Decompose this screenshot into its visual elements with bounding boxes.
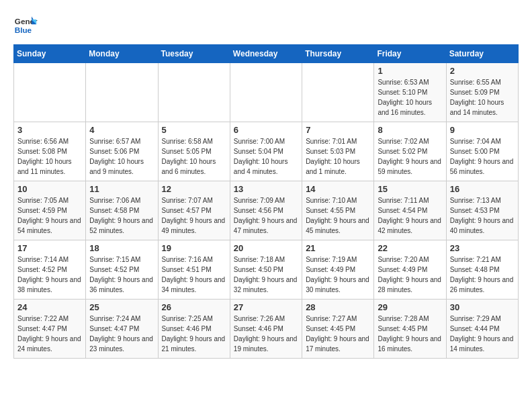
day-number: 16 <box>450 184 515 194</box>
day-info: Sunrise: 7:25 AMSunset: 4:46 PMDaylight:… <box>162 314 226 354</box>
calendar-cell: 13Sunrise: 7:09 AMSunset: 4:56 PMDayligh… <box>230 181 302 240</box>
calendar-cell: 25Sunrise: 7:24 AMSunset: 4:47 PMDayligh… <box>86 300 158 359</box>
calendar-cell <box>14 63 86 122</box>
calendar-cell: 19Sunrise: 7:16 AMSunset: 4:51 PMDayligh… <box>158 240 230 300</box>
week-row-5: 24Sunrise: 7:22 AMSunset: 4:47 PMDayligh… <box>14 300 519 359</box>
day-info: Sunrise: 7:20 AMSunset: 4:49 PMDaylight:… <box>378 255 442 295</box>
week-row-2: 3Sunrise: 6:56 AMSunset: 5:08 PMDaylight… <box>14 122 519 181</box>
day-info: Sunrise: 7:18 AMSunset: 4:50 PMDaylight:… <box>234 255 298 295</box>
calendar-cell: 3Sunrise: 6:56 AMSunset: 5:08 PMDaylight… <box>14 122 86 181</box>
day-number: 7 <box>306 125 370 135</box>
weekday-header-saturday: Saturday <box>446 45 518 63</box>
weekday-header-wednesday: Wednesday <box>230 45 302 63</box>
logo: General Blue <box>13 13 38 38</box>
day-info: Sunrise: 7:06 AMSunset: 4:58 PMDaylight:… <box>89 195 154 236</box>
day-info: Sunrise: 6:58 AMSunset: 5:05 PMDaylight:… <box>162 136 226 177</box>
calendar-cell: 26Sunrise: 7:25 AMSunset: 4:46 PMDayligh… <box>158 300 230 359</box>
day-number: 28 <box>306 302 370 312</box>
calendar-cell <box>158 63 230 122</box>
svg-text:Blue: Blue <box>15 26 32 34</box>
day-info: Sunrise: 7:26 AMSunset: 4:46 PMDaylight:… <box>234 314 298 354</box>
day-number: 25 <box>89 302 154 312</box>
weekday-header-thursday: Thursday <box>302 45 374 63</box>
day-number: 14 <box>306 184 370 194</box>
weekday-header-monday: Monday <box>86 45 158 63</box>
weekday-row: SundayMondayTuesdayWednesdayThursdayFrid… <box>14 45 519 63</box>
weekday-header-tuesday: Tuesday <box>158 45 230 63</box>
day-number: 27 <box>234 302 298 312</box>
calendar-cell: 17Sunrise: 7:14 AMSunset: 4:52 PMDayligh… <box>14 240 86 300</box>
day-info: Sunrise: 7:05 AMSunset: 4:59 PMDaylight:… <box>17 195 82 236</box>
calendar-cell: 28Sunrise: 7:27 AMSunset: 4:45 PMDayligh… <box>302 300 374 359</box>
day-number: 12 <box>162 184 226 194</box>
day-number: 2 <box>450 66 515 76</box>
calendar-cell: 9Sunrise: 7:04 AMSunset: 5:00 PMDaylight… <box>446 122 518 181</box>
calendar-cell: 7Sunrise: 7:01 AMSunset: 5:03 PMDaylight… <box>302 122 374 181</box>
week-row-1: 1Sunrise: 6:53 AMSunset: 5:10 PMDaylight… <box>14 63 519 122</box>
day-info: Sunrise: 7:04 AMSunset: 5:00 PMDaylight:… <box>450 136 515 177</box>
day-number: 29 <box>378 302 442 312</box>
day-info: Sunrise: 7:11 AMSunset: 4:54 PMDaylight:… <box>378 195 442 236</box>
weekday-header-sunday: Sunday <box>14 45 86 63</box>
day-number: 4 <box>89 125 154 135</box>
day-number: 30 <box>450 302 515 312</box>
calendar-cell <box>86 63 158 122</box>
day-info: Sunrise: 7:00 AMSunset: 5:04 PMDaylight:… <box>234 136 298 177</box>
calendar-cell: 16Sunrise: 7:13 AMSunset: 4:53 PMDayligh… <box>446 181 518 240</box>
day-number: 17 <box>17 243 82 253</box>
page-header: General Blue <box>13 13 519 38</box>
calendar-cell: 15Sunrise: 7:11 AMSunset: 4:54 PMDayligh… <box>374 181 446 240</box>
calendar-cell: 12Sunrise: 7:07 AMSunset: 4:57 PMDayligh… <box>158 181 230 240</box>
day-number: 9 <box>450 125 515 135</box>
day-info: Sunrise: 7:22 AMSunset: 4:47 PMDaylight:… <box>17 314 82 354</box>
calendar-cell: 2Sunrise: 6:55 AMSunset: 5:09 PMDaylight… <box>446 63 518 122</box>
calendar-cell: 6Sunrise: 7:00 AMSunset: 5:04 PMDaylight… <box>230 122 302 181</box>
logo-icon: General Blue <box>13 13 38 38</box>
calendar-cell: 22Sunrise: 7:20 AMSunset: 4:49 PMDayligh… <box>374 240 446 300</box>
day-info: Sunrise: 7:29 AMSunset: 4:44 PMDaylight:… <box>450 314 515 354</box>
day-number: 24 <box>17 302 82 312</box>
day-info: Sunrise: 7:14 AMSunset: 4:52 PMDaylight:… <box>17 255 82 295</box>
calendar-cell <box>302 63 374 122</box>
day-info: Sunrise: 6:53 AMSunset: 5:10 PMDaylight:… <box>378 77 442 118</box>
day-number: 15 <box>378 184 442 194</box>
calendar-cell: 23Sunrise: 7:21 AMSunset: 4:48 PMDayligh… <box>446 240 518 300</box>
calendar-cell: 29Sunrise: 7:28 AMSunset: 4:45 PMDayligh… <box>374 300 446 359</box>
day-info: Sunrise: 7:10 AMSunset: 4:55 PMDaylight:… <box>306 195 370 236</box>
day-number: 1 <box>378 66 442 76</box>
calendar-cell: 30Sunrise: 7:29 AMSunset: 4:44 PMDayligh… <box>446 300 518 359</box>
day-info: Sunrise: 7:07 AMSunset: 4:57 PMDaylight:… <box>162 195 226 236</box>
week-row-4: 17Sunrise: 7:14 AMSunset: 4:52 PMDayligh… <box>14 240 519 300</box>
day-info: Sunrise: 7:13 AMSunset: 4:53 PMDaylight:… <box>450 195 515 236</box>
day-info: Sunrise: 7:02 AMSunset: 5:02 PMDaylight:… <box>378 136 442 177</box>
calendar-cell: 10Sunrise: 7:05 AMSunset: 4:59 PMDayligh… <box>14 181 86 240</box>
calendar-cell <box>230 63 302 122</box>
day-number: 10 <box>17 184 82 194</box>
day-info: Sunrise: 7:16 AMSunset: 4:51 PMDaylight:… <box>162 255 226 295</box>
day-number: 23 <box>450 243 515 253</box>
calendar-cell: 8Sunrise: 7:02 AMSunset: 5:02 PMDaylight… <box>374 122 446 181</box>
day-number: 5 <box>162 125 226 135</box>
calendar-cell: 18Sunrise: 7:15 AMSunset: 4:52 PMDayligh… <box>86 240 158 300</box>
day-number: 26 <box>162 302 226 312</box>
day-number: 11 <box>89 184 154 194</box>
calendar-header: SundayMondayTuesdayWednesdayThursdayFrid… <box>14 45 519 63</box>
day-number: 13 <box>234 184 298 194</box>
day-info: Sunrise: 7:27 AMSunset: 4:45 PMDaylight:… <box>306 314 370 354</box>
day-info: Sunrise: 7:21 AMSunset: 4:48 PMDaylight:… <box>450 255 515 295</box>
calendar-body: 1Sunrise: 6:53 AMSunset: 5:10 PMDaylight… <box>14 63 519 359</box>
day-info: Sunrise: 7:28 AMSunset: 4:45 PMDaylight:… <box>378 314 442 354</box>
calendar-cell: 11Sunrise: 7:06 AMSunset: 4:58 PMDayligh… <box>86 181 158 240</box>
day-info: Sunrise: 7:24 AMSunset: 4:47 PMDaylight:… <box>89 314 154 354</box>
day-info: Sunrise: 6:56 AMSunset: 5:08 PMDaylight:… <box>17 136 82 177</box>
calendar-cell: 24Sunrise: 7:22 AMSunset: 4:47 PMDayligh… <box>14 300 86 359</box>
calendar-cell: 4Sunrise: 6:57 AMSunset: 5:06 PMDaylight… <box>86 122 158 181</box>
calendar-cell: 27Sunrise: 7:26 AMSunset: 4:46 PMDayligh… <box>230 300 302 359</box>
calendar-cell: 20Sunrise: 7:18 AMSunset: 4:50 PMDayligh… <box>230 240 302 300</box>
day-number: 8 <box>378 125 442 135</box>
weekday-header-friday: Friday <box>374 45 446 63</box>
day-number: 21 <box>306 243 370 253</box>
calendar-table: SundayMondayTuesdayWednesdayThursdayFrid… <box>13 44 519 359</box>
day-info: Sunrise: 7:01 AMSunset: 5:03 PMDaylight:… <box>306 136 370 177</box>
calendar-cell: 21Sunrise: 7:19 AMSunset: 4:49 PMDayligh… <box>302 240 374 300</box>
